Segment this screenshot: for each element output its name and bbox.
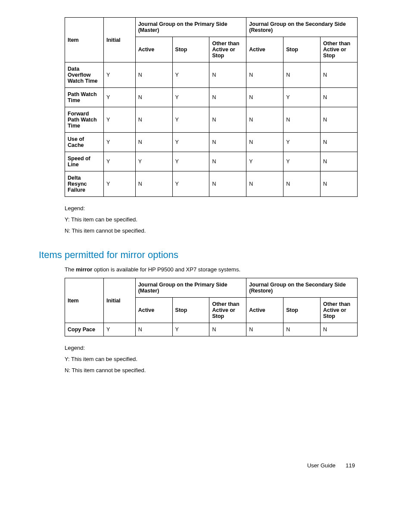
legend2-y: Y: This item can be specified. [65, 354, 372, 365]
cell-p_stop: Y [172, 323, 209, 336]
cell-initial: Y [103, 88, 135, 107]
section-title-mirror: Items permitted for mirror options [39, 249, 372, 261]
cell-item: Use of Cache [65, 133, 104, 152]
th-s-active: Active [246, 37, 283, 62]
table-row: Use of CacheYNYNNYN [65, 133, 358, 152]
cell-p_active: N [135, 107, 172, 133]
cell-p_other: N [209, 88, 246, 107]
th2-p-stop: Stop [172, 298, 209, 323]
table-row: Copy PaceYNYNNNN [65, 323, 358, 336]
th-primary: Journal Group on the Primary Side (Maste… [135, 18, 246, 37]
cell-p_other: N [209, 62, 246, 88]
cell-s_stop: N [283, 107, 321, 133]
cell-s_stop: Y [283, 152, 321, 171]
cell-s_active: N [246, 323, 283, 336]
cell-p_active: N [135, 171, 172, 197]
legend2: Legend: Y: This item can be specified. N… [65, 342, 372, 376]
cell-s_other: N [321, 133, 358, 152]
cell-s_other: N [321, 323, 358, 336]
cell-item: Delta Resync Failure [65, 171, 104, 197]
cell-s_stop: N [283, 171, 321, 197]
cell-initial: Y [103, 62, 135, 88]
th-s-other: Other than Active or Stop [321, 37, 358, 62]
cell-s_other: N [321, 88, 358, 107]
cell-p_stop: Y [172, 107, 209, 133]
th2-primary: Journal Group on the Primary Side (Maste… [135, 278, 246, 298]
cell-s_stop: N [283, 62, 321, 88]
cell-p_stop: Y [172, 152, 209, 171]
cell-p_active: N [135, 88, 172, 107]
legend2-n: N: This item cannot be specified. [65, 365, 372, 376]
cell-p_other: N [209, 152, 246, 171]
th2-secondary: Journal Group on the Secondary Side (Res… [246, 278, 358, 298]
cell-s_stop: Y [283, 133, 321, 152]
cell-s_stop: N [283, 323, 321, 336]
th-secondary: Journal Group on the Secondary Side (Res… [246, 18, 358, 37]
cell-s_other: N [321, 62, 358, 88]
footer-label: User Guide [307, 462, 336, 469]
table-row: Delta Resync FailureYNYNNNN [65, 171, 358, 197]
cell-p_active: Y [135, 152, 172, 171]
cell-p_active: N [135, 323, 172, 336]
cell-item: Data Overflow Watch Time [65, 62, 104, 88]
th2-s-active: Active [246, 298, 283, 323]
cell-p_stop: Y [172, 62, 209, 88]
cell-item: Speed of Line [65, 152, 104, 171]
legend1: Legend: Y: This item can be specified. N… [65, 203, 372, 236]
cell-s_active: N [246, 62, 283, 88]
legend2-title: Legend: [65, 342, 372, 354]
cell-p_stop: Y [172, 133, 209, 152]
th2-p-active: Active [135, 298, 172, 323]
cell-p_active: N [135, 62, 172, 88]
cell-p_other: N [209, 107, 246, 133]
table-mirror-options: Item Initial Journal Group on the Primar… [65, 278, 358, 336]
page-footer: User Guide 119 [39, 462, 372, 469]
table-row: Speed of LineYYYNYYN [65, 152, 358, 171]
th-p-stop: Stop [172, 37, 209, 62]
cell-s_stop: Y [283, 88, 321, 107]
cell-s_active: N [246, 171, 283, 197]
cell-initial: Y [103, 152, 135, 171]
th2-p-other: Other than Active or Stop [209, 298, 246, 323]
legend1-y: Y: This item can be specified. [65, 214, 372, 225]
cell-s_other: N [321, 152, 358, 171]
cell-initial: Y [103, 107, 135, 133]
th2-item: Item [65, 278, 104, 323]
table-journal-options: Item Initial Journal Group on the Primar… [65, 17, 358, 197]
th-s-stop: Stop [283, 37, 321, 62]
cell-p_other: N [209, 133, 246, 152]
cell-initial: Y [103, 133, 135, 152]
cell-p_other: N [209, 171, 246, 197]
th2-initial: Initial [103, 278, 135, 323]
cell-s_active: Y [246, 152, 283, 171]
cell-s_other: N [321, 171, 358, 197]
cell-s_active: N [246, 133, 283, 152]
cell-s_other: N [321, 107, 358, 133]
th-p-active: Active [135, 37, 172, 62]
table-row: Forward Path Watch TimeYNYNNNN [65, 107, 358, 133]
mirror-intro: The mirror option is available for HP P9… [65, 266, 372, 273]
cell-initial: Y [103, 323, 135, 336]
cell-p_stop: Y [172, 88, 209, 107]
cell-s_active: N [246, 107, 283, 133]
cell-item: Copy Pace [65, 323, 104, 336]
cell-initial: Y [103, 171, 135, 197]
table-row: Path Watch TimeYNYNNYN [65, 88, 358, 107]
th-item: Item [65, 18, 104, 62]
th2-s-stop: Stop [283, 298, 321, 323]
th-initial: Initial [103, 18, 135, 62]
cell-item: Forward Path Watch Time [65, 107, 104, 133]
cell-item: Path Watch Time [65, 88, 104, 107]
th-p-other: Other than Active or Stop [209, 37, 246, 62]
cell-s_active: N [246, 88, 283, 107]
cell-p_other: N [209, 323, 246, 336]
legend1-title: Legend: [65, 203, 372, 214]
cell-p_stop: Y [172, 171, 209, 197]
th2-s-other: Other than Active or Stop [321, 298, 358, 323]
legend1-n: N: This item cannot be specified. [65, 225, 372, 236]
footer-page: 119 [346, 462, 355, 469]
cell-p_active: N [135, 133, 172, 152]
table-row: Data Overflow Watch TimeYNYNNNN [65, 62, 358, 88]
